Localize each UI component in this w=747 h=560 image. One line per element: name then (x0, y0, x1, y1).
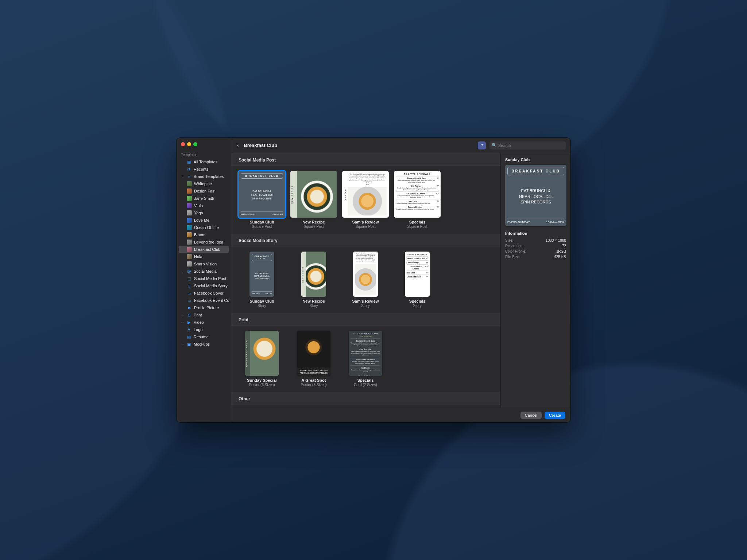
sidebar-logo[interactable]: ALogo (177, 326, 231, 333)
template-subtype: Story (290, 304, 337, 308)
info-row: File Size:425 KB (505, 254, 566, 260)
post-grid: BREAKFAST CLUB EAT BRUNCH &HEAR LOCAL DJ… (231, 166, 500, 234)
sidebar-brand-item[interactable]: Design Fair (177, 187, 231, 195)
sidebar-brand-item[interactable]: Viola (177, 202, 231, 209)
template-name: New Recipe (290, 220, 337, 224)
story-icon: ▯ (187, 283, 192, 288)
letter-a-icon: A (186, 327, 191, 332)
thumb-text: EVERY SUNDAY10AM — 3PM (241, 211, 283, 215)
thumb-text: BREAKFAST CLUB (245, 331, 250, 376)
sidebar-brand-item[interactable]: Beyond the Idea (177, 238, 231, 246)
sidebar-item-label: Video (194, 320, 204, 324)
close-window-button[interactable] (181, 142, 185, 146)
chevron-right-icon[interactable]: › (182, 314, 184, 317)
sidebar-social-item[interactable]: ▭Facebook Event Co… (177, 297, 231, 304)
sidebar-brand-item[interactable]: Ocean Of Life (177, 224, 231, 231)
thumb-text: BREAKFAST CLUB (241, 173, 283, 179)
sidebar-item-label: Logo (194, 327, 202, 332)
sidebar-mockups[interactable]: ›▣Mockups (177, 341, 231, 348)
chevron-left-icon: ‹ (237, 143, 239, 148)
chevron-down-icon[interactable]: ⌄ (182, 270, 184, 273)
template-card[interactable]: TODAY'S SPECIALS Banana Bread & JamBanan… (394, 171, 441, 229)
device-icon: ▣ (186, 342, 191, 347)
sidebar-resume[interactable]: ▤Resume (177, 333, 231, 341)
sidebar-social-item[interactable]: ☻Profile Picture (177, 304, 231, 311)
template-card[interactable]: TODAY'S SPECIALS Banana Bread & Jam$7 Ch… (394, 252, 441, 308)
image-icon: ▢ (187, 276, 192, 281)
template-thumbnail: NEW RECIPE (290, 171, 337, 218)
search-input[interactable] (489, 141, 566, 149)
template-card[interactable]: NEW RECIPE New Recipe Square Post (290, 171, 337, 229)
minimize-window-button[interactable] (187, 142, 191, 146)
chevron-right-icon[interactable]: › (182, 343, 184, 346)
sidebar-recents[interactable]: ◔ Recents (177, 166, 231, 173)
window-traffic-lights (177, 142, 231, 152)
template-thumbnail: BREAKFAST CLUB EAT BRUNCH &HEAR LOCAL DJ… (239, 171, 285, 218)
sidebar-item-label: Sharp Vision (194, 262, 217, 266)
sidebar-item-label: Love Me (194, 218, 209, 222)
brand-thumb-icon (187, 181, 192, 186)
sidebar-print[interactable]: ›⎙Print (177, 311, 231, 319)
zoom-window-button[interactable] (193, 142, 197, 146)
sidebar-item-label: Bloom (194, 233, 205, 237)
sidebar-social-item[interactable]: ▯Social Media Story (177, 282, 231, 289)
sidebar-brand-item[interactable]: Yoga (177, 209, 231, 217)
brand-thumb-icon (187, 196, 192, 201)
cancel-button[interactable]: Cancel (520, 412, 542, 419)
thumb-text: NEW RECIPE (290, 171, 297, 218)
back-button[interactable]: ‹ (236, 141, 240, 149)
sidebar-brand-item[interactable]: Whitepine (177, 180, 231, 187)
sidebar-item-label: Brand Templates (194, 174, 224, 179)
sidebar-all-templates[interactable]: ▦ All Templates (177, 158, 231, 166)
tag-icon: ⌂ (186, 174, 191, 179)
sidebar-brand-item[interactable]: Nula (177, 253, 231, 260)
brand-thumb-icon (187, 261, 192, 267)
sidebar-social-item[interactable]: ▢Social Media Post (177, 275, 231, 282)
sidebar-item-label: All Templates (194, 160, 217, 164)
sidebar-brand-templates[interactable]: ⌄ ⌂ Brand Templates (177, 173, 231, 180)
template-name: New Recipe (290, 299, 337, 303)
template-gallery[interactable]: Social Media Post BREAKFAST CLUB EAT BRU… (231, 153, 500, 408)
template-card[interactable]: NEW RECIPE New Recipe Story (290, 252, 337, 308)
printer-icon: ⎙ (186, 312, 191, 318)
story-grid: BREAKFAST CLUB EAT BRUNCH &HEAR LOCAL DJ… (231, 246, 500, 313)
template-subtype: Square Post (394, 225, 441, 229)
sidebar-video[interactable]: ›▶Video (177, 319, 231, 326)
sidebar-item-label: Ocean Of Life (194, 225, 219, 230)
template-card[interactable]: BREAKFAST CLUB TODAY'S SPECIALS Banana B… (342, 331, 389, 387)
breadcrumb-title: Breakfast Club (244, 143, 277, 148)
chevron-down-icon[interactable]: ⌄ (182, 175, 184, 178)
grid-icon: ▦ (186, 159, 191, 164)
sidebar-item-label: Viola (194, 203, 203, 208)
template-name: Sam's Review (342, 299, 389, 303)
help-button[interactable]: ? (478, 141, 486, 149)
template-thumbnail: TODAY'S SPECIALS Banana Bread & Jam$7 Ch… (405, 252, 430, 297)
brand-thumb-icon (187, 225, 192, 230)
template-name: A Great Spot (290, 378, 337, 382)
template-card[interactable]: A GREAT SPOT TO EAT BRUNCH AND HANG OUT … (290, 331, 337, 387)
template-card[interactable]: BREAKFAST CLUB EAT BRUNCH &HEAR LOCAL DJ… (239, 171, 285, 229)
brand-thumb-icon (187, 232, 192, 237)
thumb-text: BREAKFAST CLUB (507, 167, 564, 175)
template-name: Specials (342, 378, 389, 382)
template-card[interactable]: "The Breakfast Club is a great place for… (342, 252, 389, 308)
template-thumbnail: BREAKFAST CLUB EAT BRUNCH &HEAR LOCAL DJ… (249, 252, 274, 297)
toolbar: ‹ Breakfast Club ? 🔍 (231, 138, 570, 153)
sidebar-social-item[interactable]: ▭Facebook Cover (177, 289, 231, 297)
sidebar-brand-item[interactable]: Jane Smith (177, 195, 231, 202)
template-card[interactable]: BREAKFAST CLUB EAT BRUNCH &HEAR LOCAL DJ… (239, 252, 285, 308)
template-card[interactable]: BREAKFAST CLUB Sunday Special Poster (6 … (239, 331, 285, 387)
info-section-header: Information (505, 231, 566, 236)
section-header-other: Other (231, 392, 500, 405)
template-card[interactable]: REVIEW "The Breakfast Club is a great pl… (342, 171, 389, 229)
sidebar-brand-item-selected[interactable]: Breakfast Club (179, 246, 229, 253)
chevron-right-icon[interactable]: › (182, 321, 184, 324)
sidebar-social-media[interactable]: ⌄ @ Social Media (177, 268, 231, 275)
info-row: Color Profile:sRGB (505, 249, 566, 254)
create-button[interactable]: Create (545, 412, 565, 419)
sidebar-brand-item[interactable]: Bloom (177, 231, 231, 238)
food-image (297, 171, 337, 218)
sidebar-brand-item[interactable]: Love Me (177, 217, 231, 224)
sidebar-brand-item[interactable]: Sharp Vision (177, 260, 231, 268)
sidebar-item-label: Yoga (194, 211, 203, 215)
